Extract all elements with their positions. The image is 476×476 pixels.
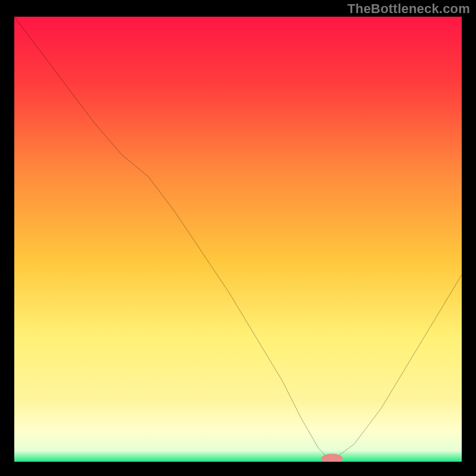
watermark-text: TheBottleneck.com: [347, 1, 470, 17]
chart-svg: [14, 17, 462, 462]
plot-area: [14, 17, 462, 462]
chart-frame: TheBottleneck.com: [0, 0, 476, 476]
chart-background: [14, 17, 462, 462]
